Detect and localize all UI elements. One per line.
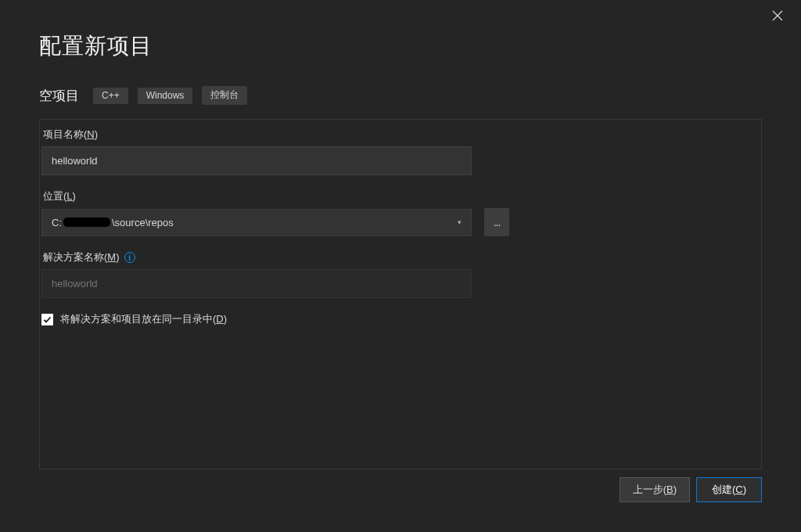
redacted-text bbox=[63, 217, 110, 227]
location-group: 位置(L) C:\source\repos ▾ ... bbox=[41, 189, 761, 236]
same-dir-label: 将解决方案和项目放在同一目录中(D) bbox=[60, 312, 227, 326]
chevron-down-icon: ▾ bbox=[458, 218, 462, 226]
check-icon bbox=[43, 315, 52, 324]
template-name: 空项目 bbox=[39, 87, 79, 105]
project-name-group: 项目名称(N) bbox=[41, 128, 761, 175]
same-dir-checkbox[interactable] bbox=[41, 314, 53, 325]
template-tag: 控制台 bbox=[202, 86, 247, 105]
info-icon[interactable]: i bbox=[124, 252, 135, 263]
close-icon bbox=[772, 10, 783, 21]
template-row: 空项目 C++ Windows 控制台 bbox=[39, 86, 801, 105]
same-dir-row: 将解决方案和项目放在同一目录中(D) bbox=[41, 312, 761, 326]
footer-buttons: 上一步(B) 创建(C) bbox=[620, 477, 762, 502]
project-name-input[interactable] bbox=[41, 146, 472, 175]
location-select[interactable]: C:\source\repos ▾ bbox=[41, 209, 472, 236]
form-area: 项目名称(N) 位置(L) C:\source\repos ▾ ... 解决方案… bbox=[39, 119, 762, 469]
close-button[interactable] bbox=[770, 8, 785, 23]
template-tag: Windows bbox=[138, 88, 193, 104]
page-title: 配置新项目 bbox=[39, 31, 801, 61]
location-value: C:\source\repos bbox=[52, 217, 174, 228]
template-tag: C++ bbox=[93, 88, 128, 104]
back-button[interactable]: 上一步(B) bbox=[620, 477, 690, 502]
browse-button[interactable]: ... bbox=[484, 208, 509, 236]
solution-name-label: 解决方案名称(M) i bbox=[43, 250, 761, 264]
create-button[interactable]: 创建(C) bbox=[696, 477, 762, 502]
solution-name-input bbox=[41, 269, 472, 298]
project-name-label: 项目名称(N) bbox=[43, 128, 761, 142]
solution-name-group: 解决方案名称(M) i bbox=[41, 250, 761, 298]
location-label: 位置(L) bbox=[43, 189, 761, 203]
